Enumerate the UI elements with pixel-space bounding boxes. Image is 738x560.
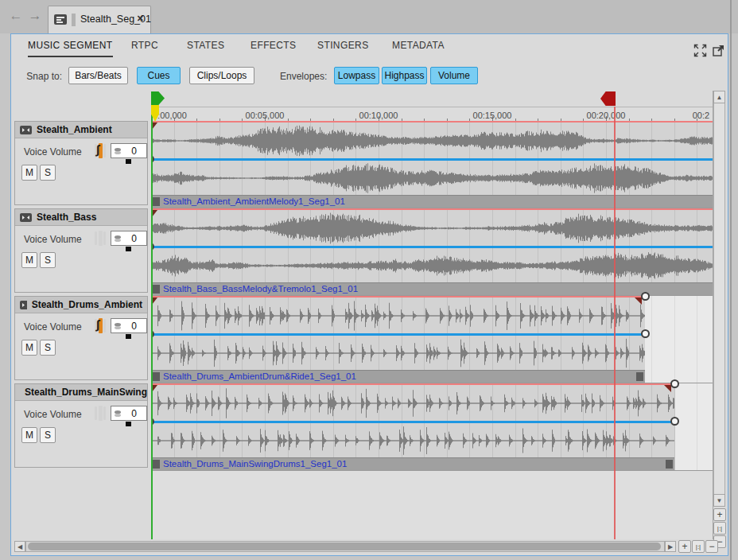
document-bar: ← → Stealth_Seg_01 ✕ [0,0,738,33]
volume-envelope-line[interactable] [151,158,713,161]
vertical-scrollbar[interactable] [713,91,725,507]
scroll-up-icon[interactable]: ▲ [713,91,725,103]
tab-metadata[interactable]: METADATA [392,40,445,56]
volume-slider-notch[interactable] [126,247,131,251]
track-header-stealth-drums-ambient[interactable]: Stealth_Drums_Ambient Voice Volume ∫ 0 M… [14,296,148,380]
volume-slider-notch[interactable] [126,159,131,164]
track-title-bar[interactable]: Stealth_Ambient [15,122,147,138]
timeline-area[interactable]: 0:00,00000:05,00000:10,00000:15,00000:20… [151,91,713,539]
solo-button[interactable]: S [40,340,56,356]
rtpc-curve-icon[interactable]: ∫ [95,406,106,421]
snap-bars-beats-button[interactable]: Bars/Beats [68,67,128,84]
snap-cues-button[interactable]: Cues [137,67,181,84]
voice-volume-label: Voice Volume [24,234,82,245]
clip-handle-right[interactable] [636,372,643,381]
tab-rtpc[interactable]: RTPC [131,40,158,56]
clip-handle-left[interactable] [153,372,160,381]
close-icon[interactable]: ✕ [137,14,144,24]
popout-icon[interactable] [712,44,726,58]
volume-envelope-end-point[interactable] [670,417,679,426]
voice-volume-field[interactable]: 0 [111,143,147,158]
solo-button[interactable]: S [40,252,56,268]
voice-volume-value[interactable]: 0 [122,146,146,157]
track-title-bar[interactable]: Stealth_Drums_Ambient [15,297,147,313]
clip-name[interactable]: Stealth_Bass_BassMelody&Tremolo1_Seg1_01 [163,284,358,294]
fade-envelope-line[interactable] [151,296,645,298]
fade-envelope-end-point[interactable] [670,379,679,388]
expand-icon[interactable] [693,44,708,58]
horizontal-scrollbar[interactable] [25,541,665,552]
rtpc-curve-icon[interactable]: ∫ [95,231,106,246]
tab-stingers[interactable]: STINGERS [317,40,369,56]
volume-envelope-end-point[interactable] [641,329,650,338]
horizontal-scrollbar-thumb[interactable] [28,542,661,550]
forward-arrow-icon[interactable]: → [27,8,43,24]
voice-volume-field[interactable]: 0 [111,231,147,246]
mute-button[interactable]: M [21,427,37,443]
clip-name-bar[interactable]: Stealth_Bass_BassMelody&Tremolo1_Seg1_01 [151,282,713,295]
track-title-bar[interactable]: Stealth_Drums_MainSwing [15,384,147,401]
mute-button[interactable]: M [21,340,37,356]
entry-cue-marker[interactable] [151,91,165,105]
clip-name[interactable]: Stealth_Drums_MainSwingDrums1_Seg1_01 [163,459,347,469]
track-lane[interactable]: Stealth_Bass_BassMelody&Tremolo1_Seg1_01 [151,208,713,296]
snap-clips-loops-button[interactable]: Clips/Loops [189,67,254,84]
track-lane[interactable]: Stealth_Drums_AmbientDrum&Ride1_Seg1_01 [151,296,713,383]
scroll-down-icon[interactable]: ▼ [713,494,725,507]
track-header-stealth-ambient[interactable]: Stealth_Ambient Voice Volume ∫ 0 M S [14,121,148,205]
clip-name-bar[interactable]: Stealth_Ambient_AmbientMelody1_Seg1_01 [151,195,713,208]
mute-button[interactable]: M [21,165,37,181]
clip-handle-left[interactable] [153,197,160,206]
vertical-zoom-in-button[interactable]: + [713,508,726,521]
envelope-highpass-button[interactable]: Highpass [382,67,427,84]
voice-volume-value[interactable]: 0 [122,321,146,332]
vertical-zoom-fit-button[interactable]: |:| [713,522,726,535]
fade-envelope-line[interactable] [151,121,713,122]
track-header-stealth-bass[interactable]: Stealth_Bass Voice Volume ∫ 0 M S [14,208,148,293]
voice-volume-field[interactable]: 0 [111,406,147,421]
voice-volume-value[interactable]: 0 [122,233,146,244]
fade-envelope-line[interactable] [151,383,674,385]
clip-handle-left[interactable] [153,460,160,469]
track-lane[interactable]: Stealth_Ambient_AmbientMelody1_Seg1_01 [151,121,713,208]
grid-line [674,296,675,383]
clip-name-bar[interactable]: Stealth_Drums_AmbientDrum&Ride1_Seg1_01 [151,370,645,383]
tab-music-segment[interactable]: MUSIC SEGMENT [28,40,113,57]
solo-button[interactable]: S [40,165,56,181]
horizontal-zoom-fit-button[interactable]: |:| [692,540,705,553]
clip-name-bar[interactable]: Stealth_Drums_MainSwingDrums1_Seg1_01 [151,457,674,470]
voice-volume-value[interactable]: 0 [122,408,146,419]
ruler-time-label: 00:15,000 [473,111,512,120]
envelope-lowpass-button[interactable]: Lowpass [334,67,379,84]
volume-slider-notch[interactable] [126,334,131,339]
scroll-left-icon[interactable]: ◀ [14,541,25,552]
clip-handle-left[interactable] [153,285,160,294]
track-header-stealth-drums-mainswing[interactable]: Stealth_Drums_MainSwing Voice Volume ∫ 0… [14,383,148,468]
back-arrow-icon[interactable]: ← [8,8,24,24]
volume-envelope-line[interactable] [151,421,674,423]
volume-envelope-line[interactable] [151,333,645,336]
voice-volume-field[interactable]: 0 [111,318,147,333]
tab-effects[interactable]: EFFECTS [251,40,296,56]
tab-states[interactable]: STATES [187,40,224,56]
time-ruler[interactable]: 0:00,00000:05,00000:10,00000:15,00000:20… [151,107,713,122]
exit-cue-marker[interactable] [600,91,616,106]
clip-handle-right[interactable] [666,460,673,469]
rtpc-curve-icon[interactable]: ∫ [95,318,106,333]
rtpc-curve-icon[interactable]: ∫ [95,143,106,158]
horizontal-zoom-out-button[interactable]: − [705,540,718,553]
clip-name[interactable]: Stealth_Drums_AmbientDrum&Ride1_Seg1_01 [163,371,356,381]
volume-envelope-line[interactable] [151,246,713,248]
track-title-bar[interactable]: Stealth_Bass [15,209,147,226]
scroll-right-icon[interactable]: ▶ [665,541,676,552]
envelope-volume-button[interactable]: Volume [430,67,478,84]
fade-envelope-end-point[interactable] [641,292,650,301]
document-tab[interactable]: Stealth_Seg_01 ✕ [48,6,151,33]
fade-envelope-line[interactable] [151,208,713,210]
clip-name[interactable]: Stealth_Ambient_AmbientMelody1_Seg1_01 [163,196,345,206]
solo-button[interactable]: S [40,427,56,443]
horizontal-zoom-in-button[interactable]: + [678,540,691,553]
track-lane[interactable]: Stealth_Drums_MainSwingDrums1_Seg1_01 [151,383,713,471]
volume-slider-notch[interactable] [126,422,131,426]
mute-button[interactable]: M [21,252,37,268]
